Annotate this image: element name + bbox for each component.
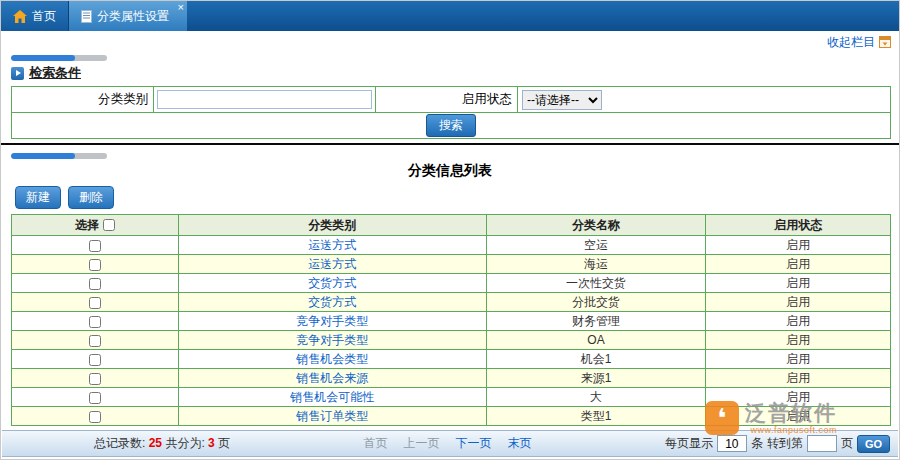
search-section-header: 检索条件 (11, 64, 899, 82)
table-row: 销售机会来源 来源1 启用 (12, 369, 891, 388)
progress-bar-list (11, 153, 107, 159)
pages-unit: 页 (218, 436, 230, 450)
go-button[interactable]: GO (857, 435, 890, 453)
row-select-cell (12, 312, 179, 331)
row-category-cell: 竞争对手类型 (179, 331, 487, 350)
tab-category-settings[interactable]: 分类属性设置 × (69, 1, 187, 31)
table-row: 竞争对手类型 OA 启用 (12, 331, 891, 350)
pagination-controls: 每页显示 条 转到第 页 GO (665, 435, 890, 453)
table-row: 销售机会可能性 大 启用 (12, 388, 891, 407)
row-status-cell: 启用 (706, 388, 891, 407)
row-checkbox[interactable] (89, 240, 101, 252)
row-select-cell (12, 388, 179, 407)
collapse-columns-link[interactable]: 收起栏目 (827, 34, 875, 51)
row-checkbox[interactable] (89, 259, 101, 271)
row-name-cell: 类型1 (486, 407, 706, 426)
pages-label: 共分为: (165, 436, 204, 450)
tab-home[interactable]: 首页 (1, 1, 69, 31)
row-category-link[interactable]: 销售订单类型 (296, 409, 368, 423)
row-select-cell (12, 293, 179, 312)
row-category-link[interactable]: 销售机会来源 (296, 371, 368, 385)
row-checkbox[interactable] (89, 411, 101, 423)
row-status-cell: 启用 (706, 274, 891, 293)
new-button[interactable]: 新建 (15, 186, 61, 209)
section-divider (1, 143, 899, 145)
row-category-link[interactable]: 竞争对手类型 (296, 314, 368, 328)
action-buttons: 新建 删除 (15, 186, 899, 209)
table-header-row: 选择 分类类别 分类名称 启用状态 (12, 215, 891, 236)
prev-page-link[interactable]: 上一页 (403, 435, 439, 452)
row-category-link[interactable]: 销售机会类型 (296, 352, 368, 366)
collapse-icon[interactable] (879, 36, 891, 48)
delete-button[interactable]: 删除 (68, 186, 114, 209)
goto-page-input[interactable] (807, 435, 837, 452)
row-name-cell: 分批交货 (486, 293, 706, 312)
row-select-cell (12, 274, 179, 293)
tab-home-label: 首页 (32, 8, 56, 25)
row-category-link[interactable]: 交货方式 (308, 276, 356, 290)
pagination-bar: 总记录数: 25 共分为: 3 页 首页 上一页 下一页 末页 每页显示 条 转… (2, 430, 898, 457)
tab-close-icon[interactable]: × (178, 2, 184, 13)
list-title: 分类信息列表 (1, 162, 899, 180)
search-button[interactable]: 搜索 (426, 114, 476, 137)
per-page-label: 每页显示 (665, 435, 713, 452)
app-window: 首页 分类属性设置 × 收起栏目 检索条件 分类类别 (0, 0, 900, 460)
table-body: 运送方式 空运 启用 运送方式 海运 启用 交货方式 一次性交货 启用 交货方式… (12, 236, 891, 426)
row-select-cell (12, 255, 179, 274)
goto-unit: 页 (841, 435, 853, 452)
last-page-link[interactable]: 末页 (507, 435, 531, 452)
row-select-cell (12, 369, 179, 388)
row-category-cell: 交货方式 (179, 293, 487, 312)
row-checkbox[interactable] (89, 392, 101, 404)
row-status-cell: 启用 (706, 312, 891, 331)
next-page-link[interactable]: 下一页 (455, 435, 491, 452)
col-category: 分类类别 (179, 215, 487, 236)
goto-label: 转到第 (767, 435, 803, 452)
pagination-summary: 总记录数: 25 共分为: 3 页 (94, 435, 230, 452)
row-category-cell: 运送方式 (179, 255, 487, 274)
document-icon (81, 10, 92, 23)
row-checkbox[interactable] (89, 335, 101, 347)
enable-status-select[interactable]: --请选择-- (522, 90, 602, 110)
row-name-cell: 空运 (486, 236, 706, 255)
row-category-cell: 销售机会类型 (179, 350, 487, 369)
category-type-input[interactable] (157, 90, 372, 109)
table-row: 竞争对手类型 财务管理 启用 (12, 312, 891, 331)
col-select-label: 选择 (75, 218, 99, 232)
table-row: 交货方式 一次性交货 启用 (12, 274, 891, 293)
row-category-link[interactable]: 运送方式 (308, 257, 356, 271)
row-name-cell: 大 (486, 388, 706, 407)
col-name: 分类名称 (486, 215, 706, 236)
row-category-link[interactable]: 交货方式 (308, 295, 356, 309)
row-checkbox[interactable] (89, 297, 101, 309)
per-page-input[interactable] (717, 435, 747, 452)
row-category-link[interactable]: 竞争对手类型 (296, 333, 368, 347)
tab-category-label: 分类属性设置 (97, 8, 169, 25)
table-row: 运送方式 空运 启用 (12, 236, 891, 255)
row-category-cell: 销售机会来源 (179, 369, 487, 388)
row-checkbox[interactable] (89, 373, 101, 385)
table-row: 交货方式 分批交货 启用 (12, 293, 891, 312)
first-page-link[interactable]: 首页 (363, 435, 387, 452)
row-checkbox[interactable] (89, 278, 101, 290)
total-label: 总记录数: (94, 436, 145, 450)
home-icon (13, 10, 27, 23)
row-checkbox[interactable] (89, 354, 101, 366)
category-table: 选择 分类类别 分类名称 启用状态 运送方式 空运 启用 运送方式 海运 启用 … (11, 214, 891, 426)
select-all-checkbox[interactable] (103, 219, 115, 231)
row-category-link[interactable]: 运送方式 (308, 238, 356, 252)
table-row: 销售订单类型 类型1 启用 (12, 407, 891, 426)
row-category-cell: 销售机会可能性 (179, 388, 487, 407)
row-category-cell: 交货方式 (179, 274, 487, 293)
row-name-cell: 财务管理 (486, 312, 706, 331)
row-category-link[interactable]: 销售机会可能性 (290, 390, 374, 404)
row-category-cell: 竞争对手类型 (179, 312, 487, 331)
row-status-cell: 启用 (706, 350, 891, 369)
row-checkbox[interactable] (89, 316, 101, 328)
table-row: 运送方式 海运 启用 (12, 255, 891, 274)
search-form: 分类类别 启用状态 --请选择-- 搜索 (11, 86, 891, 139)
row-name-cell: OA (486, 331, 706, 350)
row-select-cell (12, 350, 179, 369)
pages-value: 3 (208, 436, 215, 450)
row-status-cell: 启用 (706, 407, 891, 426)
